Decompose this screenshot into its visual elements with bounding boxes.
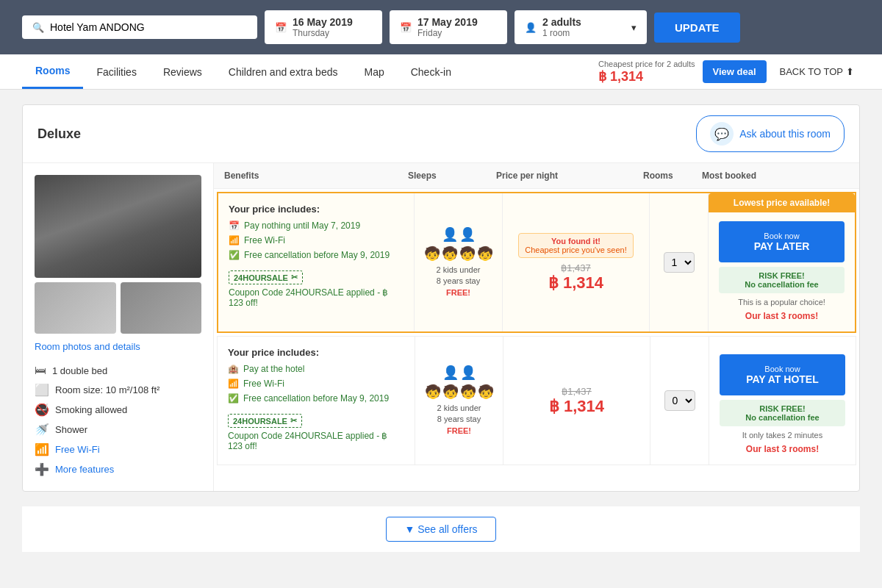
size-icon: ⬜ [35,383,49,397]
view-deal-button[interactable]: View deal [703,60,767,83]
person-icon: 👤 [525,22,537,33]
price-main-2: ฿ 1,314 [549,397,604,416]
book-now-pay-later-button[interactable]: Book now PAY LATER [719,221,845,262]
benefits-cell-2: Your price includes: 🏨 Pay at the hotel … [218,337,415,465]
person-icon-4: 👤 [460,365,476,381]
nav-children[interactable]: Children and extra beds [215,56,351,88]
rooms-cell-1: 1 2 3 [649,193,708,331]
price-cell-1: You found it! Cheapest price you've seen… [502,193,649,331]
nav-facilities[interactable]: Facilities [83,56,149,88]
benefit-1-3: ✅ Free cancellation before May 9, 2019 [229,250,404,260]
checkin-day: Thursday [293,28,353,38]
header: 🔍 📅 16 May 2019 Thursday 📅 17 May 2019 F… [0,0,882,54]
header-most-booked: Most booked [702,171,849,181]
room-photos-link[interactable]: Room photos and details [35,341,201,352]
search-input[interactable] [50,21,247,33]
benefit-wifi-icon-2: 📶 [228,379,239,389]
offer-row-2: Your price includes: 🏨 Pay at the hotel … [217,336,856,465]
header-price: Price per night [496,171,643,181]
feature-size: ⬜ Room size: 10 m²/108 ft² [35,380,201,400]
feature-wifi[interactable]: 📶 Free Wi-Fi [35,440,201,459]
kids-free-2: 2 kids under8 years stayFREE! [437,403,481,437]
main-content: Deluxe 💬 Ask about this room Room photos… [0,90,882,567]
kids-free-1: 2 kids under8 years stayFREE! [437,265,481,298]
nav-map[interactable]: Map [351,56,397,88]
navigation-bar: Rooms Facilities Reviews Children and ex… [0,54,882,90]
child-icon-2: 🧒 [442,245,458,262]
benefit-2-3: ✅ Free cancellation before May 9, 2019 [228,393,404,404]
back-to-top-button[interactable]: BACK TO TOP ⬆ [774,60,860,83]
search-icon: 🔍 [32,22,44,33]
checkout-date-box[interactable]: 📅 17 May 2019 Friday [390,10,507,44]
nav-rooms[interactable]: Rooms [22,54,83,89]
nav-checkin[interactable]: Check-in [398,56,465,88]
child-icon-8: 🧒 [478,384,494,400]
price-original-1: ฿1,437 [561,262,591,273]
risk-free-badge-1: RISK FREE! No cancellation fee [719,267,845,293]
sleeps-cell-2: 👤 👤 🧒 🧒 🧒 🧒 2 kids under8 years stayFREE… [415,337,503,465]
child-icon-3: 🧒 [459,245,476,262]
benefit-hotel-icon: 🏨 [228,364,239,374]
found-it-badge: You found it! Cheapest price you've seen… [518,233,633,258]
room-card-deluxe: Deluxe 💬 Ask about this room Room photos… [22,104,860,492]
plus-icon: ➕ [35,462,49,476]
header-rooms: Rooms [643,171,702,181]
benefit-2-2: 📶 Free Wi-Fi [228,379,404,389]
coupon-text-1: Coupon Code 24HOURSALE applied - ฿ 123 o… [229,287,404,308]
rooms-cell-2: 0 1 2 [650,337,709,465]
sleeps-adults-1: 👤 👤 [442,226,476,243]
smoking-icon: 🚭 [35,403,49,417]
back-top-label: BACK TO TOP [780,66,843,77]
child-icon-5: 🧒 [425,384,441,400]
child-icon-7: 🧒 [460,384,476,400]
room-left-panel: Room photos and details 🛏 1 double bed ⬜… [23,163,214,491]
rooms-count: 1 room [542,28,625,38]
checkout-date: 17 May 2019 [417,16,478,28]
person-icon-1: 👤 [442,226,458,243]
benefits-title-2: Your price includes: [228,347,404,358]
action-cell-1: Lowest price available! Book now PAY LAT… [708,193,855,331]
sleeps-kids-2: 🧒 🧒 🧒 🧒 [425,384,494,400]
feature-more[interactable]: ➕ More features [35,459,201,479]
benefit-1-2: 📶 Free Wi-Fi [229,235,404,245]
room-main-image [35,175,201,278]
rooms-select-1[interactable]: 1 2 3 [664,252,695,273]
room-photo-small-1[interactable] [35,282,116,334]
sleeps-kids-1: 🧒 🧒 🧒 🧒 [424,245,493,262]
see-all-offers-section: ▼ See all offers [22,506,860,552]
price-original-2: ฿1,437 [562,386,592,397]
benefit-calendar-icon: 📅 [229,220,240,231]
rooms-select-2[interactable]: 0 1 2 [664,390,695,411]
benefit-1-1: 📅 Pay nothing until May 7, 2019 [229,220,404,231]
action-cell-2: Book now PAY AT HOTEL RISK FREE! No canc… [709,337,856,465]
room-photo-main[interactable] [35,175,201,278]
table-header: Benefits Sleeps Price per night Rooms Mo… [214,163,859,189]
header-benefits: Benefits [224,171,408,181]
feature-bed: 🛏 1 double bed [35,361,201,380]
coupon-tag-1[interactable]: 24HOURSALE ✂ [229,270,303,284]
room-title: Deluxe [37,126,81,142]
checkin-date-box[interactable]: 📅 16 May 2019 Thursday [265,10,382,44]
update-button[interactable]: UPDATE [654,12,740,43]
checkout-day: Friday [417,28,478,38]
header-sleeps: Sleeps [408,171,496,181]
search-box[interactable]: 🔍 [22,15,257,39]
last-rooms-2: Our last 3 rooms! [720,444,845,454]
offer-row-1: Your price includes: 📅 Pay nothing until… [217,192,856,333]
nav-reviews[interactable]: Reviews [150,56,215,88]
benefit-check-icon-2: ✅ [228,393,239,404]
feature-smoking: 🚭 Smoking allowed [35,400,201,420]
room-title-bar: Deluxe 💬 Ask about this room [23,105,859,163]
coupon-tag-2[interactable]: 24HOURSALE ✂ [228,414,302,428]
offers-table: Benefits Sleeps Price per night Rooms Mo… [214,163,859,491]
popular-text-2: It only takes 2 minutes [720,431,845,440]
price-cell-2: ฿1,437 ฿ 1,314 [503,337,650,465]
room-photo-small-2[interactable] [121,282,202,334]
lowest-badge: Lowest price available! [709,193,855,212]
feature-shower: 🚿 Shower [35,420,201,440]
ask-about-room-button[interactable]: 💬 Ask about this room [696,115,845,152]
benefit-wifi-icon: 📶 [229,235,240,245]
book-now-pay-hotel-button[interactable]: Book now PAY AT HOTEL [720,354,845,395]
see-all-offers-button[interactable]: ▼ See all offers [386,517,495,542]
guests-selector[interactable]: 👤 2 adults 1 room ▾ [514,10,647,44]
